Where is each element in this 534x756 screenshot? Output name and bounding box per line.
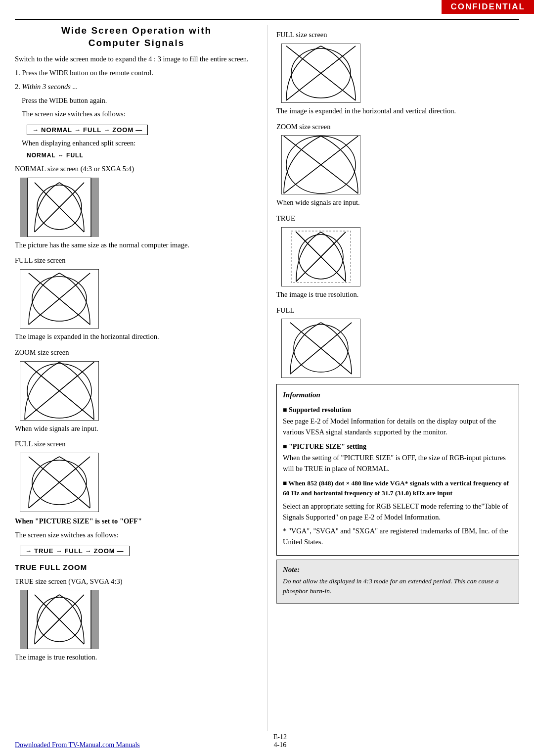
step1: 1. Press the WIDE button on the remote c…	[15, 68, 258, 79]
intro-text: Switch to the wide screen mode to expand…	[15, 54, 258, 65]
note-text: Do not allow the displayed in 4:3 mode f…	[283, 576, 513, 597]
supported-head: ■ Supported resolution	[283, 405, 513, 415]
flow-diagram-2: → TRUE → FULL → ZOOM —	[20, 546, 130, 556]
picture-size-sub: The screen size switches as follows:	[15, 530, 258, 541]
true-label: TRUE size screen (VGA, SVGA 4:3)	[15, 576, 258, 587]
flow2-true: TRUE	[34, 547, 53, 555]
normal-label: NORMAL size screen (4:3 or SXGA 5:4)	[15, 164, 258, 175]
zoom-desc-2: When wide signals are input.	[276, 197, 519, 208]
flow-end: —	[135, 126, 142, 134]
footer: Downloaded From TV-Manual.com Manuals E-…	[15, 733, 519, 749]
picture-setting-head: ■ "PICTURE SIZE" setting	[283, 441, 513, 452]
full-section-3: FULL size screen The image is expanded i…	[276, 30, 519, 117]
page: CONFIDENTIAL Wide Screen Operation with …	[0, 0, 534, 756]
when-split: When displaying enhanced split screen:	[22, 138, 258, 149]
step2-details: Press the WIDE button again. The screen …	[22, 95, 258, 139]
true-full-zoom-label: TRUE FULL ZOOM	[15, 563, 258, 571]
page-title: Wide Screen Operation with Computer Sign…	[15, 25, 258, 49]
right-column: FULL size screen The image is expanded i…	[267, 25, 519, 731]
normal-desc: The picture has the same size as the nor…	[15, 240, 258, 251]
split-screen-note: When displaying enhanced split screen: N…	[22, 138, 258, 159]
flow-zoom: ZOOM	[112, 126, 134, 134]
full-desc-3: The image is expanded in the horizontal …	[276, 106, 519, 117]
press-wide: Press the WIDE button again.	[22, 95, 258, 106]
flow-normal: NORMAL	[41, 126, 72, 134]
full-section-2: FULL size screen	[15, 439, 258, 512]
full-label-2: FULL size screen	[15, 439, 258, 450]
screen-switches: The screen size switches as follows:	[22, 109, 258, 120]
footnote: * "VGA", "SVGA" and "SXGA" are registere…	[283, 526, 513, 548]
main-content: Wide Screen Operation with Computer Sign…	[15, 25, 519, 731]
zoom-label-1: ZOOM size screen	[15, 347, 258, 358]
vga-head: ■ When 852 (848) dot × 480 line wide VGA…	[283, 478, 513, 499]
normal-section: NORMAL size screen (4:3 or SXGA 5:4)	[15, 164, 258, 251]
svg-rect-0	[20, 178, 28, 237]
zoom-screen-diagram-2	[281, 135, 360, 194]
information-box: Information ■ Supported resolution See p…	[276, 384, 519, 556]
true-desc: The image is true resolution.	[15, 652, 258, 663]
flow2-end: —	[117, 547, 124, 555]
full-section-4: FULL	[276, 305, 519, 378]
full-label-1: FULL size screen	[15, 255, 258, 266]
full-label-4: FULL	[276, 305, 519, 316]
zoom-label-2: ZOOM size screen	[276, 122, 519, 133]
supported-text: See page E-2 of Model Information for de…	[283, 416, 513, 438]
full-label-3: FULL size screen	[276, 30, 519, 41]
true-desc-2: The image is true resolution.	[276, 289, 519, 300]
flow2-arrow2: →	[55, 547, 62, 555]
zoom-section-2: ZOOM size screen When wide signals are i…	[276, 122, 519, 209]
footer-page: E-12 4-16	[273, 733, 287, 749]
flow-arrow2: →	[74, 126, 81, 134]
full-screen-diagram-1	[20, 269, 99, 329]
full-screen-diagram-3	[281, 44, 360, 103]
top-divider	[15, 19, 519, 20]
full-section-1: FULL size screen The image is expanded i…	[15, 255, 258, 342]
zoom-section-1: ZOOM size screen When wide signals are i…	[15, 347, 258, 434]
zoom-desc-1: When wide signals are input.	[15, 424, 258, 434]
flow-full: FULL	[83, 126, 101, 134]
svg-rect-18	[20, 590, 28, 649]
picture-size-head: When "PICTURE SIZE" is set to "OFF"	[15, 516, 258, 527]
flow2-arrow1: →	[25, 547, 32, 555]
picture-size-section: When "PICTURE SIZE" is set to "OFF" The …	[15, 516, 258, 663]
svg-rect-1	[91, 178, 99, 237]
true-label-2: TRUE	[276, 213, 519, 224]
flow-arrow1: →	[32, 126, 39, 134]
flow-diagram-1: → NORMAL → FULL → ZOOM —	[27, 125, 148, 135]
full-desc-1: The image is expanded in the horizontal …	[15, 331, 258, 342]
zoom-screen-diagram-1	[20, 361, 99, 421]
confidential-label: CONFIDENTIAL	[442, 0, 534, 14]
true-section-2: TRUE The image is true resolution.	[276, 213, 519, 300]
left-column: Wide Screen Operation with Computer Sign…	[15, 25, 267, 731]
flow2-zoom: ZOOM	[94, 547, 115, 555]
full-screen-diagram-4	[281, 319, 360, 378]
normal-screen-diagram	[20, 178, 99, 237]
note-box: Note: Do not allow the displayed in 4:3 …	[276, 560, 519, 604]
true-screen-diagram	[20, 590, 99, 649]
picture-setting-text: When the setting of "PICTURE SIZE" is OF…	[283, 453, 513, 474]
flow2-arrow3: →	[85, 547, 92, 555]
true-screen-diagram-2	[281, 227, 360, 286]
footer-link[interactable]: Downloaded From TV-Manual.com Manuals	[15, 741, 140, 749]
full-screen-diagram-2	[20, 453, 99, 512]
flow-arrow3: →	[103, 126, 110, 134]
norm-full-label: NORMAL ↔ FULL	[27, 152, 258, 159]
svg-rect-19	[91, 590, 99, 649]
vga-text: Select an appropriate setting for RGB SE…	[283, 501, 513, 523]
note-title: Note:	[283, 564, 513, 575]
step2: 2. Within 3 seconds ...	[15, 82, 258, 93]
flow2-full: FULL	[64, 547, 83, 555]
info-title: Information	[283, 389, 513, 401]
